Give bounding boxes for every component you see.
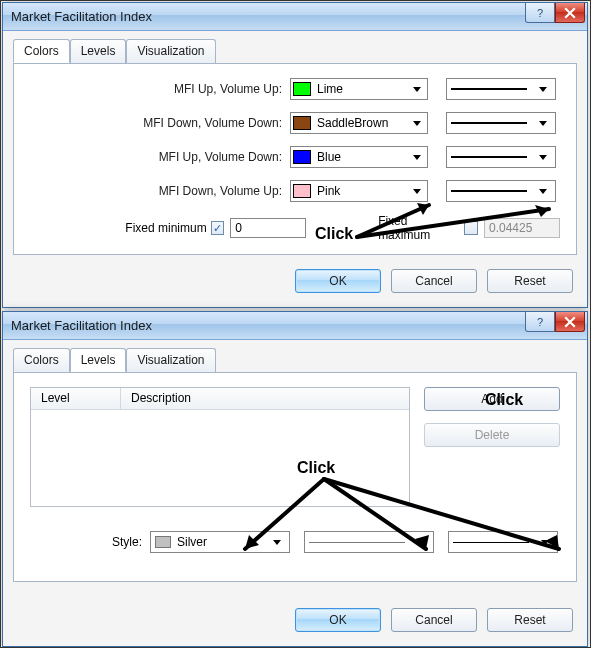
- button-label: OK: [329, 613, 346, 627]
- help-icon: ?: [537, 316, 543, 328]
- fixed-min-input[interactable]: 0: [230, 218, 306, 238]
- dialog-mfi-colors: Market Facilitation Index ? Colors Level…: [2, 2, 588, 308]
- color-combo[interactable]: SaddleBrown: [290, 112, 428, 134]
- button-label: Reset: [514, 274, 545, 288]
- row-label: MFI Up, Volume Down:: [30, 150, 290, 164]
- color-name: SaddleBrown: [317, 116, 409, 130]
- tabstrip: Colors Levels Visualization: [13, 348, 577, 373]
- color-row-mfi-down-vol-up: MFI Down, Volume Up: Pink: [30, 180, 560, 202]
- color-swatch: [155, 536, 171, 548]
- tab-levels[interactable]: Levels: [70, 348, 127, 372]
- tab-levels[interactable]: Levels: [70, 39, 127, 63]
- tab-visualization[interactable]: Visualization: [126, 348, 215, 372]
- reset-button[interactable]: Reset: [487, 269, 573, 293]
- help-button[interactable]: ?: [525, 3, 555, 23]
- style-row: Style: Silver: [30, 531, 560, 553]
- add-button[interactable]: Add: [424, 387, 560, 411]
- color-combo[interactable]: Lime: [290, 78, 428, 100]
- row-label: MFI Up, Volume Up:: [30, 82, 290, 96]
- button-label: Cancel: [415, 613, 452, 627]
- color-combo[interactable]: Pink: [290, 180, 428, 202]
- ok-button[interactable]: OK: [295, 269, 381, 293]
- titlebar[interactable]: Market Facilitation Index ?: [3, 312, 587, 340]
- window-title: Market Facilitation Index: [11, 9, 152, 24]
- levels-header: Level Description: [31, 388, 409, 410]
- levels-list[interactable]: Level Description: [30, 387, 410, 507]
- tab-visualization[interactable]: Visualization: [126, 39, 215, 63]
- line-width-combo[interactable]: [446, 180, 556, 202]
- line-width-combo[interactable]: [446, 112, 556, 134]
- tabstrip: Colors Levels Visualization: [13, 39, 577, 64]
- window-title: Market Facilitation Index: [11, 318, 152, 333]
- help-button[interactable]: ?: [525, 312, 555, 332]
- tab-label: Levels: [81, 353, 116, 367]
- button-label: OK: [329, 274, 346, 288]
- button-bar: OK Cancel Reset: [13, 259, 577, 297]
- chevron-down-icon: [409, 148, 425, 166]
- line-width-combo[interactable]: [446, 78, 556, 100]
- style-color-combo[interactable]: Silver: [150, 531, 290, 553]
- cancel-button[interactable]: Cancel: [391, 269, 477, 293]
- close-icon: [564, 316, 576, 328]
- button-label: Add: [481, 392, 502, 406]
- chevron-down-icon: [535, 148, 551, 166]
- line-width-combo[interactable]: [446, 146, 556, 168]
- col-level[interactable]: Level: [31, 388, 121, 409]
- button-bar: OK Cancel Reset: [13, 598, 577, 636]
- color-name: Pink: [317, 184, 409, 198]
- close-button[interactable]: [555, 312, 585, 332]
- row-label: MFI Down, Volume Down:: [30, 116, 290, 130]
- fixed-min-max-row: Fixed minimum 0 Fixed maximum 0.04425: [30, 214, 560, 242]
- style-label: Style:: [30, 535, 150, 549]
- chevron-down-icon: [409, 182, 425, 200]
- chevron-down-icon: [535, 114, 551, 132]
- line-sample: [451, 156, 527, 158]
- tab-label: Colors: [24, 44, 59, 58]
- line-sample: [451, 88, 527, 90]
- levels-pane: Level Description Add Delete Style: Silv…: [14, 373, 576, 565]
- color-swatch: [293, 116, 311, 130]
- input-value: 0.04425: [489, 221, 532, 235]
- tab-label: Visualization: [137, 353, 204, 367]
- chevron-down-icon: [409, 114, 425, 132]
- line-sample: [451, 122, 527, 124]
- cancel-button[interactable]: Cancel: [391, 608, 477, 632]
- fixed-max-label: Fixed maximum: [378, 214, 464, 242]
- line-sample: [309, 542, 405, 543]
- chevron-down-icon: [535, 80, 551, 98]
- chevron-down-icon: [535, 182, 551, 200]
- tab-label: Levels: [81, 44, 116, 58]
- titlebar[interactable]: Market Facilitation Index ?: [3, 3, 587, 31]
- chevron-down-icon: [537, 533, 553, 551]
- reset-button[interactable]: Reset: [487, 608, 573, 632]
- color-row-mfi-down-vol-down: MFI Down, Volume Down: SaddleBrown: [30, 112, 560, 134]
- button-label: Reset: [514, 613, 545, 627]
- help-icon: ?: [537, 7, 543, 19]
- line-sample: [451, 190, 527, 192]
- chevron-down-icon: [269, 533, 285, 551]
- color-swatch: [293, 150, 311, 164]
- close-button[interactable]: [555, 3, 585, 23]
- style-line-combo[interactable]: [304, 531, 434, 553]
- col-description[interactable]: Description: [121, 388, 409, 409]
- line-sample: [453, 542, 529, 543]
- tab-colors[interactable]: Colors: [13, 39, 70, 63]
- chevron-down-icon: [409, 80, 425, 98]
- tab-colors[interactable]: Colors: [13, 348, 70, 372]
- tab-label: Colors: [24, 353, 59, 367]
- close-icon: [564, 7, 576, 19]
- color-row-mfi-up-vol-down: MFI Up, Volume Down: Blue: [30, 146, 560, 168]
- color-name: Lime: [317, 82, 409, 96]
- delete-button: Delete: [424, 423, 560, 447]
- fixed-max-checkbox[interactable]: [464, 221, 478, 235]
- ok-button[interactable]: OK: [295, 608, 381, 632]
- color-name: Blue: [317, 150, 409, 164]
- input-value: 0: [235, 221, 242, 235]
- tab-label: Visualization: [137, 44, 204, 58]
- dialog-mfi-levels: Market Facilitation Index ? Colors Level…: [2, 311, 588, 647]
- fixed-min-checkbox[interactable]: [211, 221, 225, 235]
- color-combo[interactable]: Blue: [290, 146, 428, 168]
- color-row-mfi-up-vol-up: MFI Up, Volume Up: Lime: [30, 78, 560, 100]
- style-width-combo[interactable]: [448, 531, 558, 553]
- chevron-down-icon: [413, 533, 429, 551]
